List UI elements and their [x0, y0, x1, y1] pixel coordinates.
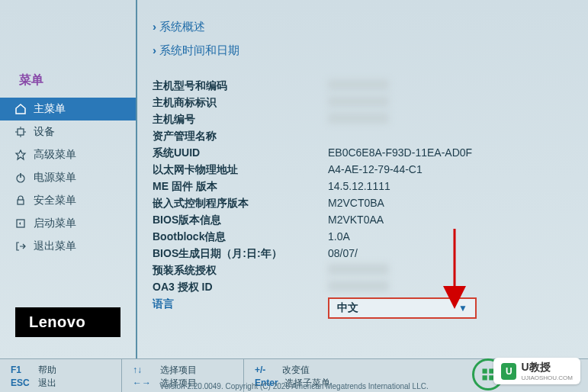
- sidebar-item-main[interactable]: 主菜单: [0, 98, 136, 120]
- value-asset: [328, 130, 565, 143]
- svg-rect-0: [18, 129, 24, 135]
- label-preload: 预装系统授权: [153, 264, 328, 278]
- value-bios-date: 08/07/: [328, 247, 565, 261]
- watermark: U U教授 UJIAOSHOU.COM: [493, 358, 580, 384]
- key-updown: ↑↓: [133, 364, 154, 377]
- sidebar-item-security[interactable]: 安全菜单: [0, 189, 136, 212]
- label-help: 帮助: [38, 364, 56, 377]
- value-brand: [328, 96, 389, 107]
- sidebar-item-device[interactable]: 设备: [0, 120, 136, 143]
- label-bootblock: Bootblock信息: [153, 230, 328, 244]
- label-bios: BIOS版本信息: [153, 214, 328, 227]
- value-mac: A4-AE-12-79-44-C1: [328, 163, 565, 177]
- shield-icon: U: [501, 363, 516, 380]
- sidebar: 菜单 主菜单 设备 高级菜单 电源菜单: [0, 0, 137, 358]
- value-bios: M2VKT0AA: [328, 214, 565, 227]
- sidebar-item-advanced[interactable]: 高级菜单: [0, 143, 136, 166]
- sidebar-item-label: 退出菜单: [34, 239, 76, 253]
- home-icon: [14, 102, 27, 116]
- nav-system-overview[interactable]: 系统概述: [153, 15, 565, 39]
- value-serial: [328, 113, 389, 124]
- label-brand: 主机商标标识: [153, 96, 328, 110]
- watermark-brand: U教授: [521, 361, 550, 373]
- svg-rect-12: [483, 375, 487, 380]
- label-asset: 资产管理名称: [153, 130, 328, 143]
- exit-icon: [14, 239, 27, 253]
- label-ec: 嵌入式控制程序版本: [153, 197, 328, 210]
- watermark-url: UJIAOSHOU.COM: [521, 374, 573, 381]
- label-mac: 以太网卡物理地址: [153, 163, 328, 177]
- value-ec: M2VCT0BA: [328, 197, 565, 210]
- label-bios-date: BIOS生成日期（月:日:年）: [153, 247, 328, 261]
- value-uuid: EB0C6E8A-F93D-11EA-AD0F: [328, 146, 565, 160]
- value-preload: [328, 264, 389, 275]
- label-language: 语言: [153, 297, 328, 319]
- star-icon: [14, 148, 27, 162]
- chevron-down-icon: ▼: [458, 303, 468, 313]
- value-bootblock: 1.0A: [328, 230, 565, 244]
- value-me: 14.5.12.1111: [328, 180, 565, 194]
- sidebar-title: 菜单: [0, 8, 136, 98]
- label-select1: 选择项目: [160, 364, 197, 377]
- sidebar-item-label: 高级菜单: [34, 148, 76, 162]
- boot-icon: [14, 217, 27, 230]
- chip-icon: [14, 125, 27, 139]
- lock-icon: [14, 194, 27, 207]
- label-model: 主机型号和编码: [153, 79, 328, 93]
- value-oa3: [328, 281, 389, 291]
- label-uuid: 系统UUID: [153, 146, 328, 160]
- value-model: [328, 79, 389, 90]
- lenovo-logo: Lenovo: [15, 307, 120, 337]
- main-panel: 系统概述 系统时间和日期 主机型号和编码 主机商标标识 主机编号 资产管理名称 …: [137, 0, 588, 358]
- key-plusminus: +/-: [255, 364, 276, 377]
- svg-rect-10: [483, 369, 487, 374]
- power-icon: [14, 171, 27, 185]
- key-f1: F1: [11, 364, 32, 377]
- language-select[interactable]: 中文 ▼: [328, 297, 477, 319]
- sidebar-item-label: 设备: [34, 125, 55, 139]
- sidebar-item-label: 主菜单: [34, 102, 66, 116]
- sidebar-item-label: 启动菜单: [34, 217, 76, 230]
- svg-rect-7: [18, 200, 24, 204]
- sidebar-item-label: 安全菜单: [34, 194, 76, 207]
- info-grid: 主机型号和编码 主机商标标识 主机编号 资产管理名称 系统UUID EB0C6E…: [153, 79, 565, 319]
- sidebar-item-power[interactable]: 电源菜单: [0, 166, 136, 189]
- label-oa3: OA3 授权 ID: [153, 281, 328, 294]
- label-me: ME 固件 版本: [153, 180, 328, 194]
- language-value: 中文: [337, 301, 358, 315]
- label-change: 改变值: [282, 364, 310, 377]
- nav-system-datetime[interactable]: 系统时间和日期: [153, 39, 565, 63]
- sidebar-item-label: 电源菜单: [34, 171, 76, 185]
- label-serial: 主机编号: [153, 113, 328, 127]
- sidebar-item-exit[interactable]: 退出菜单: [0, 235, 136, 258]
- sidebar-item-boot[interactable]: 启动菜单: [0, 212, 136, 235]
